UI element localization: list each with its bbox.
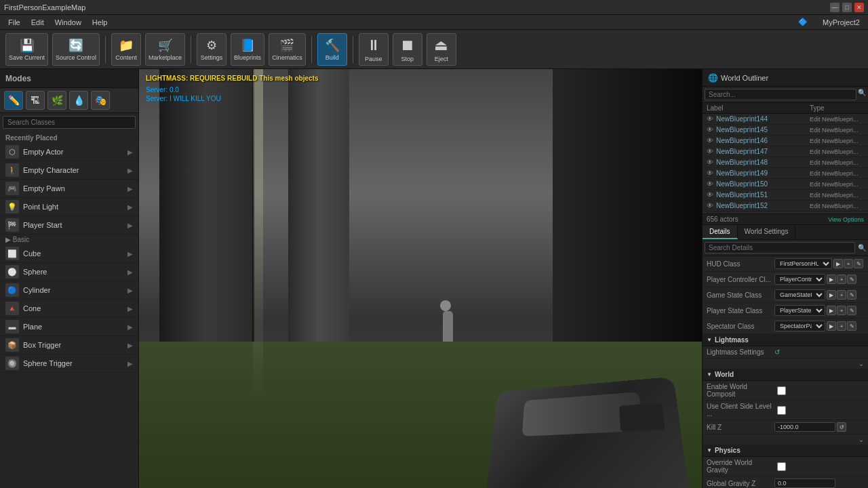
menu-item-file[interactable]: File bbox=[3, 18, 26, 26]
viewport[interactable]: LIGHTMASS: REQUIRES REBUILD This mesh ob… bbox=[139, 69, 702, 488]
sc-clear[interactable]: + bbox=[837, 321, 846, 331]
kill-z-reset[interactable]: ↺ bbox=[837, 422, 846, 432]
outliner-type: Edit NewBluepri... bbox=[810, 192, 864, 199]
player-state-select[interactable]: PlayerState bbox=[774, 305, 825, 316]
source-control-button[interactable]: 🔄 Source Control bbox=[52, 33, 100, 66]
pc-clear[interactable]: + bbox=[837, 274, 846, 284]
class-item-empty-actor[interactable]: ⬡ Empty Actor ▶ bbox=[0, 143, 138, 161]
lightmass-reset-icon[interactable]: ↺ bbox=[774, 348, 780, 356]
gs-clear[interactable]: + bbox=[837, 290, 846, 300]
hud-class-edit[interactable]: ✎ bbox=[854, 259, 863, 268]
outliner-item-5[interactable]: 👁 NewBlueprint149 Edit NewBluepri... bbox=[703, 168, 868, 179]
mode-foliage[interactable]: 🌿 bbox=[47, 91, 66, 110]
outliner-item-4[interactable]: 👁 NewBlueprint148 Edit NewBluepri... bbox=[703, 157, 868, 168]
ps-clear[interactable]: + bbox=[837, 306, 846, 315]
modes-toolbar: ✏️ 🏗 🌿 💧 🎭 bbox=[0, 88, 138, 113]
mode-paint[interactable]: 🏗 bbox=[26, 91, 45, 110]
outliner-item-1[interactable]: 👁 NewBlueprint145 Edit NewBluepri... bbox=[703, 125, 868, 136]
menu-item-window[interactable]: Window bbox=[50, 18, 87, 26]
tab-details[interactable]: Details bbox=[703, 225, 738, 239]
class-item-empty-character[interactable]: 🚶 Empty Character ▶ bbox=[0, 161, 138, 180]
visibility-icon[interactable]: 👁 bbox=[707, 180, 713, 188]
pc-edit[interactable]: ✎ bbox=[847, 274, 856, 284]
tab-world-settings[interactable]: World Settings bbox=[738, 225, 796, 239]
visibility-icon[interactable]: 👁 bbox=[707, 169, 713, 177]
ps-browse[interactable]: ▶ bbox=[827, 306, 836, 315]
minimize-btn[interactable]: — bbox=[830, 3, 840, 12]
world-chevron[interactable]: ⌄ bbox=[859, 436, 864, 443]
class-item-box-trigger[interactable]: 📦 Box Trigger ▶ bbox=[0, 336, 138, 354]
eject-button[interactable]: ⏏ Eject bbox=[427, 33, 456, 66]
main-area: Modes ✏️ 🏗 🌿 💧 🎭 Recently Placed ⬡ Empty… bbox=[0, 69, 868, 488]
class-item-cone[interactable]: 🔺 Cone ▶ bbox=[0, 300, 138, 318]
outliner-item-2[interactable]: 👁 NewBlueprint146 Edit NewBluepri... bbox=[703, 136, 868, 146]
visibility-icon[interactable]: 👁 bbox=[707, 202, 713, 209]
blueprints-button[interactable]: 📘 Blueprints bbox=[231, 33, 264, 66]
class-item-cube[interactable]: ⬜ Cube ▶ bbox=[0, 245, 138, 263]
class-item-player-start[interactable]: 🏁 Player Start ▶ bbox=[0, 216, 138, 235]
use-client-side-checkbox[interactable] bbox=[777, 406, 786, 415]
enable-world-composite-row: Enable World Composit bbox=[703, 381, 868, 401]
outliner-item-3[interactable]: 👁 NewBlueprint147 Edit NewBluepri... bbox=[703, 146, 868, 157]
hud-class-browse[interactable]: ▶ bbox=[833, 259, 843, 268]
menu-item-help[interactable]: Help bbox=[87, 18, 113, 26]
close-btn[interactable]: ✕ bbox=[854, 3, 864, 12]
view-options-button[interactable]: View Options bbox=[828, 216, 864, 223]
box-trigger-label: Box Trigger bbox=[23, 341, 123, 349]
cinematics-button[interactable]: 🎬 Cinematics bbox=[269, 33, 306, 66]
spectator-class-select[interactable]: SpectatorPawn bbox=[774, 321, 825, 331]
class-item-sphere[interactable]: ⚪ Sphere ▶ bbox=[0, 263, 138, 281]
mode-place[interactable]: ✏️ bbox=[4, 91, 23, 110]
save-current-button[interactable]: 💾 Save Current bbox=[5, 33, 48, 66]
outliner-item-6[interactable]: 👁 NewBlueprint150 Edit NewBluepri... bbox=[703, 179, 868, 190]
hud-class-select[interactable]: FirstPersonHUD bbox=[774, 258, 832, 269]
class-item-sphere-trigger[interactable]: 🔘 Sphere Trigger ▶ bbox=[0, 354, 138, 373]
override-gravity-checkbox[interactable] bbox=[777, 462, 786, 471]
sc-browse[interactable]: ▶ bbox=[827, 321, 836, 331]
global-gravity-input[interactable] bbox=[774, 479, 835, 488]
build-button[interactable]: 🔨 Build bbox=[317, 33, 347, 66]
content-button[interactable]: 📁 Content bbox=[111, 33, 141, 66]
menu-item-edit[interactable]: Edit bbox=[26, 18, 50, 26]
outliner-item-0[interactable]: 👁 NewBlueprint144 Edit NewBluepri... bbox=[703, 114, 868, 125]
stop-button[interactable]: ⏹ Stop bbox=[393, 33, 422, 66]
player-controller-select[interactable]: PlayerController bbox=[774, 274, 825, 285]
class-item-point-light[interactable]: 💡 Point Light ▶ bbox=[0, 198, 138, 216]
visibility-icon[interactable]: 👁 bbox=[707, 126, 713, 134]
details-search-input[interactable] bbox=[705, 242, 855, 253]
visibility-icon[interactable]: 👁 bbox=[707, 137, 713, 144]
pause-button[interactable]: ⏸ Pause bbox=[359, 33, 389, 66]
game-state-select[interactable]: GameStateBase bbox=[774, 289, 825, 300]
outliner-search-input[interactable] bbox=[705, 89, 856, 100]
outliner-item-7[interactable]: 👁 NewBlueprint151 Edit NewBluepri... bbox=[703, 190, 868, 201]
visibility-icon[interactable]: 👁 bbox=[707, 115, 713, 123]
lightmass-section[interactable]: ▼ Lightmass bbox=[703, 334, 868, 346]
visibility-icon[interactable]: 👁 bbox=[707, 148, 713, 155]
kill-z-input[interactable] bbox=[774, 422, 835, 432]
category-basic[interactable]: ▶ Basic bbox=[0, 235, 138, 245]
gs-browse[interactable]: ▶ bbox=[827, 290, 836, 300]
pc-browse[interactable]: ▶ bbox=[827, 274, 836, 284]
class-item-plane[interactable]: ▬ Plane ▶ bbox=[0, 318, 138, 336]
class-item-empty-pawn[interactable]: 🎮 Empty Pawn ▶ bbox=[0, 180, 138, 198]
sc-edit[interactable]: ✎ bbox=[847, 321, 856, 331]
outliner-item-8[interactable]: 👁 NewBlueprint152 Edit NewBluepri... bbox=[703, 201, 868, 211]
mode-landscape[interactable]: 💧 bbox=[69, 91, 88, 110]
enable-world-composite-checkbox[interactable] bbox=[777, 386, 786, 395]
character-figure bbox=[443, 311, 453, 342]
marketplace-button[interactable]: 🛒 Marketplace bbox=[145, 33, 185, 66]
ps-edit[interactable]: ✎ bbox=[847, 306, 856, 315]
visibility-icon[interactable]: 👁 bbox=[707, 191, 713, 199]
maximize-btn[interactable]: □ bbox=[842, 3, 852, 12]
class-item-cylinder[interactable]: 🔵 Cylinder ▶ bbox=[0, 281, 138, 300]
mode-mesh[interactable]: 🎭 bbox=[91, 91, 110, 110]
left-panel: Modes ✏️ 🏗 🌿 💧 🎭 Recently Placed ⬡ Empty… bbox=[0, 69, 139, 488]
world-section[interactable]: ▼ World bbox=[703, 369, 868, 381]
settings-button[interactable]: ⚙ Settings bbox=[197, 33, 226, 66]
gs-edit[interactable]: ✎ bbox=[847, 290, 856, 300]
physics-section[interactable]: ▼ Physics bbox=[703, 445, 868, 457]
visibility-icon[interactable]: 👁 bbox=[707, 159, 713, 166]
lightmass-chevron[interactable]: ⌄ bbox=[859, 360, 864, 367]
hud-class-clear[interactable]: + bbox=[844, 259, 853, 268]
search-classes-input[interactable] bbox=[3, 116, 136, 129]
